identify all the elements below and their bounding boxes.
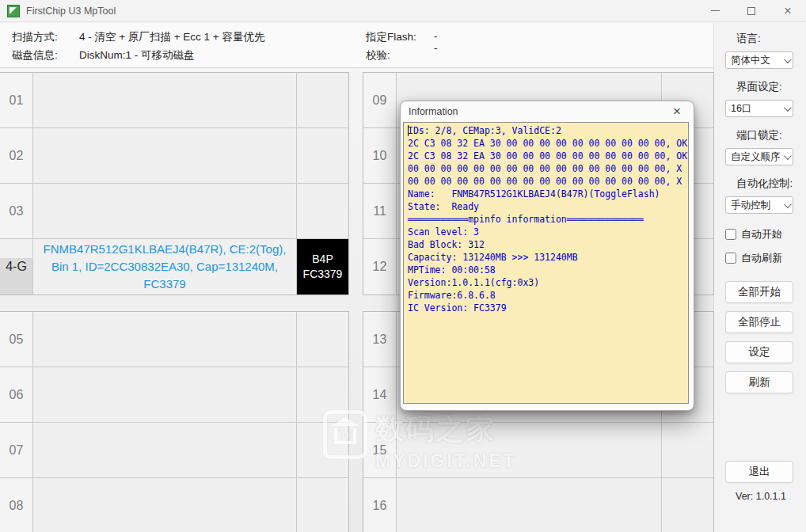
ui-setting-select[interactable]: 16口 [725,100,793,117]
port-status-badge [296,367,348,422]
port-group: 0102034-GFNMB47R512G1KLBAEJ4(B47R), CE:2… [0,72,349,295]
auto-start-checkbox[interactable] [725,229,736,240]
dialog-titlebar: Information × [401,101,694,122]
text-caret [408,125,409,136]
maximize-icon [747,7,755,15]
port-row-07[interactable]: 07 [0,423,348,478]
port-number: 10 [363,128,397,183]
dialog-text-line: Capacity: 131240MB >>> 131240MB [408,251,688,264]
exit-button[interactable]: 退出 [725,461,793,483]
port-row-15[interactable]: 15 [363,423,713,478]
titlebar: FirstChip U3 MpTool × [0,0,806,22]
maximize-button[interactable] [733,0,770,21]
refresh-button[interactable]: 刷新 [725,371,793,393]
dialog-close-button[interactable]: × [667,103,687,120]
window-title: FirstChip U3 MpTool [26,6,116,17]
port-number: 05 [0,312,33,367]
dialog-info-text[interactable]: IDs: 2/8, CEMap:3, ValidCE:22C C3 08 32 … [403,122,689,404]
sidebar: 语言: 简体中文 界面设定: 16口 端口锁定: 自定义顺序 自动化控制: 手动… [714,22,806,532]
port-lock-select[interactable]: 自定义顺序 [725,148,793,165]
port-number: 15 [363,423,397,477]
port-status-badge [296,184,348,238]
start-all-button[interactable]: 全部开始 [725,281,793,303]
language-select[interactable]: 简体中文 [725,51,793,69]
flash-label: 指定Flash: [366,30,425,44]
close-button[interactable]: × [770,0,806,21]
dialog-text-line: ═══════════mpinfo information═══════════… [408,213,688,226]
port-status-badge: B4PFC3379 [296,239,348,294]
port-status-badge [296,128,348,183]
port-info-text [33,312,296,367]
dialog-text-line: MPTime: 00:00:58 [408,264,688,276]
scan-mode-value: 4 - 清空 + 原厂扫描 + Ecc 1 + 容量优先 [79,30,264,44]
port-row-02[interactable]: 02 [0,128,348,184]
close-icon: × [673,104,681,120]
port-status-badge [296,478,348,532]
port-info-text [33,423,296,477]
port-info-text [33,128,296,183]
port-lock-value: 自定义顺序 [731,150,781,164]
verify-label: 校验: [366,48,425,63]
port-number: 14 [363,367,397,422]
port-row-06[interactable]: 06 [0,367,348,423]
close-icon: × [784,5,791,17]
automation-value: 手动控制 [731,199,770,212]
port-row-08[interactable]: 08 [0,478,348,532]
disk-info-value: DiskNum:1 - 可移动磁盘 [79,48,195,63]
app-icon [7,5,20,17]
dialog-text-line: 2C C3 08 32 EA 30 00 00 00 00 00 00 00 0… [408,150,688,162]
port-status-badge [661,478,713,532]
flash-value: -- [434,30,438,54]
port-info-text [33,367,296,422]
information-dialog: Information × IDs: 2/8, CEMap:3, ValidCE… [400,101,694,411]
dialog-text-line: Bad Block: 312 [408,238,688,251]
automation-label: 自动化控制: [736,177,793,191]
port-number: 01 [0,73,33,127]
port-row-05[interactable]: 05 [0,312,348,367]
dialog-text-line: 00 00 00 00 00 00 00 00 00 00 00 00 00 0… [408,162,688,175]
language-value: 简体中文 [731,54,770,67]
dialog-text-line: Firmware:6.8.6.8 [408,289,688,302]
dialog-text-line: IC Version: FC3379 [408,302,688,314]
stop-all-button[interactable]: 全部停止 [725,311,793,333]
minimize-icon [711,10,720,11]
settings-button[interactable]: 设定 [725,341,793,363]
port-info-text: FNMB47R512G1KLBAEJ4(B47R), CE:2(Tog), Bi… [33,239,296,294]
dialog-text-line: 00 00 00 00 00 00 00 00 00 00 00 00 00 0… [408,175,688,188]
ui-setting-label: 界面设定: [736,80,793,94]
auto-start-label: 自动开始 [741,227,782,241]
port-row-03[interactable]: 03 [0,184,348,239]
port-status-badge [296,312,348,367]
port-number: 06 [0,367,33,422]
app-window: { "window": { "title": "FirstChip U3 MpT… [0,0,806,532]
dialog-text-line: Name: FNMB47R512G1KLBAEJ4(B47R)(ToggleFl… [408,188,688,200]
ui-setting-value: 16口 [731,102,751,116]
auto-refresh-checkbox[interactable] [725,253,736,264]
port-number: 08 [0,478,33,532]
port-number: 09 [363,73,397,127]
port-info-text [33,73,296,127]
minimize-button[interactable] [697,0,733,21]
port-row-16[interactable]: 16 [363,478,713,532]
port-info-text [33,478,296,532]
dialog-text-line: 2C C3 08 32 EA 30 00 00 00 00 00 00 00 0… [408,137,688,150]
disk-info-label: 磁盘信息: [12,48,67,63]
port-row-4-G[interactable]: 4-GFNMB47R512G1KLBAEJ4(B47R), CE:2(Tog),… [0,239,348,294]
port-status-badge [296,423,348,477]
port-row-01[interactable]: 01 [0,73,348,128]
automation-select[interactable]: 手动控制 [725,196,793,214]
port-number: 12 [363,239,397,294]
port-lock-label: 端口锁定: [736,128,793,142]
chevron-down-icon [784,152,792,160]
port-info-text [397,423,661,477]
port-status-badge [296,73,348,127]
port-info-text [397,478,661,532]
port-number: 4-G [0,239,33,294]
port-number: 03 [0,184,33,238]
auto-refresh-label: 自动刷新 [741,251,782,265]
port-number: 07 [0,423,33,477]
chevron-down-icon [784,104,792,112]
port-number: 16 [363,478,397,532]
port-grid-left: 0102034-GFNMB47R512G1KLBAEJ4(B47R), CE:2… [0,72,349,532]
dialog-text-line: Version:1.0.1.1(cfg:0x3) [408,276,688,289]
